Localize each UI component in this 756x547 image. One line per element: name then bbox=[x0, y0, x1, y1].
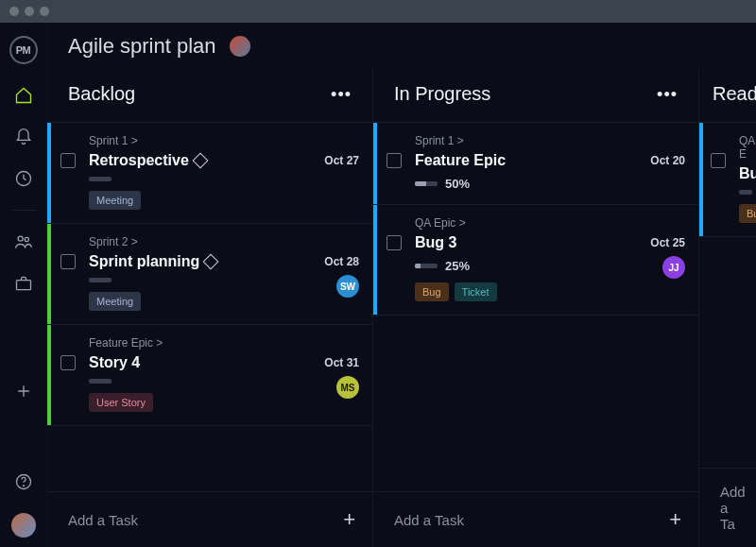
tag-meeting[interactable]: Meeting bbox=[89, 292, 141, 311]
progress-bar bbox=[415, 181, 438, 186]
card-edge bbox=[47, 224, 51, 324]
card-edge bbox=[373, 123, 377, 204]
progress-bar bbox=[89, 278, 112, 282]
card-edge bbox=[47, 123, 51, 223]
help-icon[interactable] bbox=[13, 471, 34, 492]
assignee-avatar[interactable]: MS bbox=[336, 376, 359, 399]
tag-bug[interactable]: Bug bbox=[415, 282, 449, 301]
window-control-dot[interactable] bbox=[40, 7, 49, 16]
plus-icon[interactable] bbox=[13, 381, 34, 402]
column-title: Read bbox=[713, 83, 756, 105]
user-avatar[interactable] bbox=[11, 513, 36, 538]
task-checkbox[interactable] bbox=[711, 153, 726, 168]
breadcrumb[interactable]: Sprint 1 > bbox=[89, 134, 359, 147]
breadcrumb[interactable]: Sprint 2 > bbox=[89, 235, 359, 248]
add-task-button[interactable]: Add a Task + bbox=[373, 491, 698, 547]
page-header: Agile sprint plan bbox=[47, 23, 756, 70]
task-checkbox[interactable] bbox=[387, 235, 402, 250]
task-checkbox[interactable] bbox=[60, 355, 76, 370]
task-title: Bu bbox=[739, 165, 756, 182]
add-task-label: Add a Task bbox=[68, 512, 138, 528]
progress-bar bbox=[89, 177, 112, 181]
project-avatar[interactable] bbox=[230, 36, 250, 57]
column-menu-icon[interactable]: ••• bbox=[657, 92, 678, 97]
task-date: Oct 31 bbox=[324, 356, 359, 369]
tag-ticket[interactable]: Ticket bbox=[455, 282, 497, 301]
assignee-avatar[interactable]: JJ bbox=[662, 256, 685, 279]
progress-bar bbox=[739, 190, 752, 195]
task-title: Bug 3 bbox=[415, 234, 456, 251]
column-menu-icon[interactable]: ••• bbox=[331, 92, 352, 97]
task-date: Oct 20 bbox=[650, 154, 685, 167]
sidebar: PM bbox=[0, 23, 47, 547]
window-titlebar bbox=[0, 0, 756, 23]
column-ready: Read QA E Bu Bug Add a Ta bbox=[699, 70, 756, 547]
task-checkbox[interactable] bbox=[387, 153, 402, 168]
column-in-progress: In Progress ••• Sprint 1 > Feature Epic … bbox=[373, 70, 699, 547]
task-card[interactable]: Sprint 1 > Retrospective Oct 27 Meeting bbox=[47, 122, 372, 223]
card-edge bbox=[373, 205, 377, 315]
add-task-button[interactable]: Add a Task + bbox=[47, 491, 372, 547]
progress-bar bbox=[89, 379, 112, 384]
sidebar-divider bbox=[11, 210, 36, 211]
column-title: In Progress bbox=[394, 83, 490, 105]
card-edge bbox=[699, 123, 703, 236]
clock-icon[interactable] bbox=[13, 168, 34, 189]
svg-point-2 bbox=[25, 237, 28, 241]
progress-bar bbox=[415, 264, 438, 268]
task-title: Sprint planning bbox=[89, 253, 199, 270]
task-card[interactable]: Feature Epic > Story 4 Oct 31 MS User St… bbox=[47, 324, 372, 426]
kanban-board: Backlog ••• Sprint 1 > Retrospective Oct… bbox=[47, 70, 756, 547]
task-date: Oct 28 bbox=[324, 255, 359, 268]
add-task-label: Add a Ta bbox=[720, 484, 746, 532]
column-title: Backlog bbox=[68, 83, 135, 105]
people-icon[interactable] bbox=[13, 231, 34, 252]
task-date: Oct 25 bbox=[650, 236, 685, 249]
task-title: Retrospective bbox=[89, 152, 189, 169]
task-checkbox[interactable] bbox=[60, 153, 76, 168]
breadcrumb[interactable]: QA E bbox=[739, 134, 752, 161]
tag-bug[interactable]: Bug bbox=[739, 204, 756, 223]
home-icon[interactable] bbox=[13, 85, 34, 106]
tag-user-story[interactable]: User Story bbox=[89, 393, 153, 412]
task-date: Oct 27 bbox=[324, 154, 359, 167]
progress-pct: 50% bbox=[445, 177, 470, 191]
task-card[interactable]: QA Epic > Bug 3 Oct 25 JJ 25% Bug Ticket bbox=[373, 204, 698, 316]
card-edge bbox=[47, 325, 51, 425]
task-title: Feature Epic bbox=[415, 152, 506, 169]
window-control-dot[interactable] bbox=[9, 7, 19, 16]
add-task-label: Add a Task bbox=[394, 512, 464, 528]
plus-icon: + bbox=[343, 507, 355, 532]
svg-point-1 bbox=[18, 236, 23, 241]
breadcrumb[interactable]: Feature Epic > bbox=[89, 336, 359, 350]
plus-icon: + bbox=[669, 507, 681, 532]
column-backlog: Backlog ••• Sprint 1 > Retrospective Oct… bbox=[47, 70, 373, 547]
task-checkbox[interactable] bbox=[60, 254, 76, 269]
window-control-dot[interactable] bbox=[25, 7, 34, 16]
tag-meeting[interactable]: Meeting bbox=[89, 191, 141, 210]
task-title: Story 4 bbox=[89, 354, 140, 371]
progress-pct: 25% bbox=[445, 259, 470, 273]
breadcrumb[interactable]: QA Epic > bbox=[415, 216, 685, 230]
add-task-button[interactable]: Add a Ta bbox=[699, 468, 756, 547]
milestone-icon bbox=[203, 254, 219, 270]
app-logo[interactable]: PM bbox=[9, 36, 38, 64]
milestone-icon bbox=[192, 153, 208, 169]
svg-rect-3 bbox=[16, 281, 30, 290]
task-card[interactable]: QA E Bu Bug bbox=[699, 122, 756, 237]
briefcase-icon[interactable] bbox=[13, 273, 34, 294]
svg-point-5 bbox=[23, 486, 24, 487]
breadcrumb[interactable]: Sprint 1 > bbox=[415, 134, 685, 147]
task-card[interactable]: Sprint 1 > Feature Epic Oct 20 50% bbox=[373, 122, 698, 204]
page-title: Agile sprint plan bbox=[68, 34, 216, 59]
task-card[interactable]: Sprint 2 > Sprint planning Oct 28 SW Mee… bbox=[47, 223, 372, 324]
bell-icon[interactable] bbox=[13, 127, 34, 147]
assignee-avatar[interactable]: SW bbox=[336, 275, 359, 298]
